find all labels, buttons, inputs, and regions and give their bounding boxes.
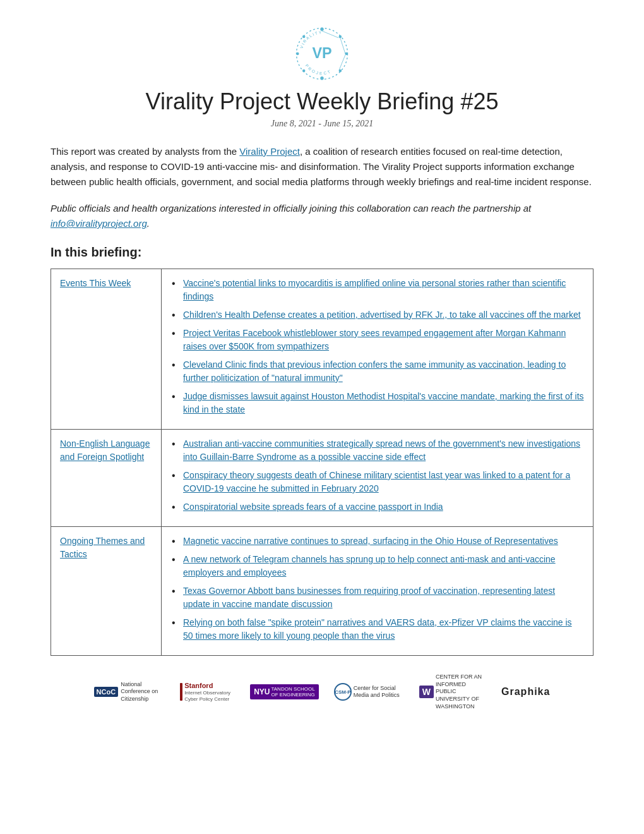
table-row-foreign: Non-English Language and Foreign Spotlig… — [51, 430, 593, 527]
email-link[interactable]: info@viralityproject.org — [51, 218, 147, 229]
cip-logo: W CENTER FOR AN INFORMED PUBLIC UNIVERSI… — [419, 674, 486, 710]
list-item: A new network of Telegram channels has s… — [172, 553, 584, 579]
list-item: Texas Governor Abbott bans businesses fr… — [172, 584, 584, 611]
foreign-link-3[interactable]: Conspiratorial website spreads fears of … — [183, 502, 443, 512]
nyu-logo: NYU TANDON SCHOOL OF ENGINEERING — [250, 684, 319, 699]
briefing-section-heading: In this briefing: — [51, 245, 593, 260]
themes-list: Magnetic vaccine narrative continues to … — [172, 535, 584, 643]
virality-project-link[interactable]: Virality Project — [239, 146, 300, 157]
page-title: Virality Project Weekly Briefing #25 — [51, 88, 593, 115]
ncoc-logo: NCoC National Conference on Citizenship — [94, 681, 165, 703]
svg-point-9 — [302, 35, 306, 39]
stanford-logo: Stanford Internet Observatory Cyber Poli… — [180, 682, 235, 702]
cip-w-mark: W — [419, 686, 434, 698]
list-item: Children's Health Defense creates a peti… — [172, 308, 584, 322]
table-row-events: Events This Week Vaccine's potential lin… — [51, 269, 593, 430]
list-item: Conspiracy theory suggests death of Chin… — [172, 469, 584, 495]
ongoing-themes-label[interactable]: Ongoing Themes and Tactics — [51, 527, 162, 656]
svg-line-12 — [339, 55, 345, 70]
event-link-5[interactable]: Judge dismisses lawsuit against Houston … — [183, 391, 584, 414]
intro-paragraph: This report was created by analysts from… — [51, 144, 593, 190]
briefing-table: Events This Week Vaccine's potential lin… — [51, 269, 593, 656]
svg-line-10 — [322, 31, 338, 38]
foreign-link-2[interactable]: Conspiracy theory suggests death of Chin… — [183, 470, 570, 493]
event-link-2[interactable]: Children's Health Defense creates a peti… — [183, 310, 581, 320]
svg-point-4 — [345, 52, 348, 56]
nyu-text: NYU — [254, 687, 270, 696]
graphika-logo: Graphika — [501, 686, 550, 698]
event-link-3[interactable]: Project Veritas Facebook whistleblower s… — [183, 328, 566, 351]
events-this-week-label[interactable]: Events This Week — [51, 269, 162, 430]
logo-area: VP VIRALITY PROJECT — [51, 25, 593, 82]
ncoc-mark: NCoC — [94, 687, 119, 697]
list-item: Conspiratorial website spreads fears of … — [172, 500, 584, 514]
table-row-themes: Ongoing Themes and Tactics Magnetic vacc… — [51, 527, 593, 656]
list-item: Australian anti-vaccine communities stra… — [172, 437, 584, 464]
page-container: VP VIRALITY PROJECT Vir — [0, 0, 644, 834]
theme-link-4[interactable]: Relying on both false "spike protein" na… — [183, 617, 572, 641]
list-item: Project Veritas Facebook whistleblower s… — [172, 327, 584, 353]
graphika-text: Graphika — [501, 686, 550, 698]
list-item: Cleveland Clinic finds that previous inf… — [172, 358, 584, 385]
stanford-name: Stanford — [184, 682, 235, 689]
nyu-tandon-text: TANDON SCHOOL OF ENGINEERING — [271, 686, 314, 698]
csmap-logo: CSM·P Center for Social Media and Politi… — [334, 683, 404, 701]
nyu-mark: NYU TANDON SCHOOL OF ENGINEERING — [250, 684, 319, 699]
svg-point-6 — [320, 76, 323, 80]
list-item: Judge dismisses lawsuit against Houston … — [172, 390, 584, 416]
svg-point-8 — [296, 52, 299, 56]
events-this-week-content: Vaccine's potential links to myocarditis… — [162, 269, 593, 430]
non-english-content: Australian anti-vaccine communities stra… — [162, 430, 593, 527]
event-link-4[interactable]: Cleveland Clinic finds that previous inf… — [183, 360, 566, 383]
csmap-circle-icon: CSM·P — [334, 683, 352, 701]
italic-intro: Public officials and health organization… — [51, 201, 593, 231]
ncoc-text: National Conference on Citizenship — [121, 681, 165, 703]
theme-link-1[interactable]: Magnetic vaccine narrative continues to … — [183, 536, 558, 546]
cip-text: CENTER FOR AN INFORMED PUBLIC UNIVERSITY… — [436, 674, 486, 710]
svg-point-3 — [339, 35, 342, 39]
ongoing-themes-content: Magnetic vaccine narrative continues to … — [162, 527, 593, 656]
event-link-1[interactable]: Vaccine's potential links to myocarditis… — [183, 278, 566, 301]
svg-line-11 — [340, 38, 345, 54]
list-item: Magnetic vaccine narrative continues to … — [172, 535, 584, 548]
events-list: Vaccine's potential links to myocarditis… — [172, 277, 584, 416]
stanford-subtitle: Internet Observatory Cyber Policy Center — [184, 690, 235, 702]
footer-logos: NCoC National Conference on Citizenship … — [51, 674, 593, 710]
stanford-text: Stanford Internet Observatory Cyber Poli… — [184, 682, 235, 702]
svg-text:VP: VP — [312, 45, 331, 61]
date-range: June 8, 2021 - June 15, 2021 — [51, 119, 593, 129]
svg-point-7 — [302, 70, 306, 73]
list-item: Relying on both false "spike protein" na… — [172, 616, 584, 643]
stanford-bar-icon — [180, 683, 182, 701]
svg-text:PROJECT: PROJECT — [304, 63, 332, 75]
foreign-link-1[interactable]: Australian anti-vaccine communities stra… — [183, 438, 580, 462]
theme-link-3[interactable]: Texas Governor Abbott bans businesses fr… — [183, 586, 555, 609]
virality-project-logo: VP VIRALITY PROJECT — [294, 25, 350, 82]
theme-link-2[interactable]: A new network of Telegram channels has s… — [183, 554, 556, 577]
non-english-label[interactable]: Non-English Language and Foreign Spotlig… — [51, 430, 162, 527]
foreign-list: Australian anti-vaccine communities stra… — [172, 437, 584, 514]
list-item: Vaccine's potential links to myocarditis… — [172, 277, 584, 303]
csmap-text: Center for Social Media and Politics — [354, 685, 404, 699]
